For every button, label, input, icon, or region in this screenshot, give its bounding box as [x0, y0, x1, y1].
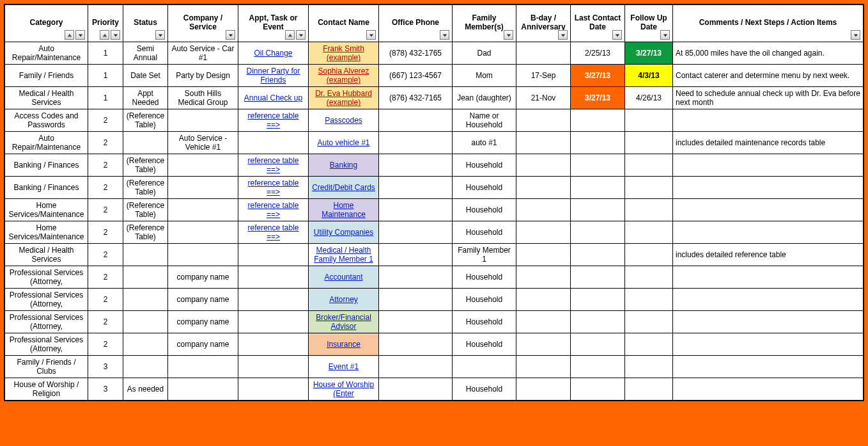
- spreadsheet-container: CategoryPriorityStatusCompany / ServiceA…: [4, 4, 864, 401]
- bday-cell: [516, 109, 571, 132]
- header-4: Appt, Task or Event: [238, 5, 309, 42]
- family-cell: Household: [453, 154, 516, 177]
- contact-cell-link[interactable]: Insurance: [327, 340, 360, 349]
- filter-dropdown-icon[interactable]: [558, 30, 568, 40]
- follow-up-cell: [625, 333, 673, 356]
- filter-dropdown-icon[interactable]: [440, 30, 449, 40]
- appt-cell: [238, 244, 309, 266]
- header-label: Last Contact Date: [573, 14, 622, 32]
- filter-dropdown-icon[interactable]: [75, 30, 85, 40]
- phone-cell: [379, 289, 453, 311]
- sort-asc-icon[interactable]: [65, 30, 74, 40]
- company-cell: [168, 378, 238, 401]
- appt-cell-link[interactable]: Annual Check up: [244, 93, 302, 102]
- priority-cell: 1: [88, 65, 123, 87]
- status-cell: (Reference Table): [123, 177, 168, 199]
- status-cell: [123, 244, 168, 266]
- header-label: B-day / Anniversary: [519, 14, 568, 32]
- contact-cell-link[interactable]: Dr. Eva Hubbard (example): [315, 89, 372, 107]
- appt-cell: [238, 289, 309, 311]
- bday-cell: 17-Sep: [516, 65, 571, 87]
- category-cell: House of Worship / Religion: [5, 378, 88, 401]
- contact-cell-link[interactable]: Event #1: [329, 362, 359, 371]
- phone-cell: [379, 333, 453, 356]
- status-cell: Date Set: [123, 65, 168, 87]
- appt-cell-link[interactable]: reference table ==>: [247, 201, 298, 219]
- appt-cell-link[interactable]: reference table ==>: [247, 156, 298, 174]
- status-cell: (Reference Table): [123, 221, 168, 244]
- contact-cell-link[interactable]: Accountant: [324, 273, 362, 282]
- appt-cell: reference table ==>: [238, 109, 309, 132]
- filter-dropdown-icon[interactable]: [851, 30, 860, 40]
- last-contact-cell: [571, 154, 625, 177]
- company-cell: company name: [168, 266, 238, 289]
- sort-asc-icon[interactable]: [285, 30, 295, 40]
- table-row: Family / Friends / Clubs3Event #1: [5, 356, 864, 378]
- contact-cell-link[interactable]: Credit/Debit Cards: [312, 183, 375, 192]
- contact-cell-link[interactable]: Frank Smith (example): [323, 44, 364, 62]
- appt-cell-link[interactable]: Dinner Party for Friends: [246, 67, 300, 84]
- company-cell: company name: [168, 311, 238, 333]
- follow-up-cell: [625, 177, 673, 199]
- filter-dropdown-icon[interactable]: [111, 30, 120, 40]
- filter-dropdown-icon[interactable]: [296, 30, 306, 40]
- contact-cell-link[interactable]: House of Worship (Enter: [313, 380, 374, 398]
- contact-cell-link[interactable]: Sophia Alverez (example): [318, 67, 369, 84]
- filter-dropdown-icon[interactable]: [612, 30, 622, 40]
- header-3: Company / Service: [168, 5, 238, 42]
- last-contact-cell: [571, 378, 625, 401]
- bday-cell: [516, 244, 571, 266]
- category-cell: Auto Repair/Maintenance: [5, 132, 88, 154]
- appt-cell-link[interactable]: Oil Change: [254, 49, 292, 58]
- family-cell: Dad: [453, 42, 516, 65]
- contact-cell-link[interactable]: Passcodes: [325, 116, 362, 125]
- filter-dropdown-icon[interactable]: [366, 30, 376, 40]
- filter-dropdown-icon[interactable]: [226, 30, 235, 40]
- comments-cell: includes detailed maintenance records ta…: [673, 132, 864, 154]
- appt-cell: [238, 356, 309, 378]
- follow-up-cell: [625, 378, 673, 401]
- company-cell: [168, 199, 238, 221]
- follow-up-cell: [625, 221, 673, 244]
- status-cell: [123, 132, 168, 154]
- status-cell: [123, 333, 168, 356]
- contact-cell: Utility Companies: [309, 221, 379, 244]
- contact-cell: Accountant: [309, 266, 379, 289]
- contact-cell-link[interactable]: Utility Companies: [314, 228, 373, 237]
- priority-cell: 2: [88, 177, 123, 199]
- last-contact-cell: [571, 333, 625, 356]
- contact-cell-link[interactable]: Banking: [330, 161, 357, 170]
- comments-cell: [673, 378, 864, 401]
- contact-cell-link[interactable]: Medical / Health Family Member 1: [314, 246, 373, 264]
- contact-cell-link[interactable]: Attorney: [329, 295, 358, 304]
- appt-cell: [238, 266, 309, 289]
- contact-cell: Event #1: [309, 356, 379, 378]
- comments-cell: includes detailed reference table: [673, 244, 864, 266]
- category-cell: Professional Services (Attorney,: [5, 266, 88, 289]
- contact-cell-link[interactable]: Home Maintenance: [322, 201, 366, 219]
- appt-cell-link[interactable]: reference table ==>: [247, 179, 298, 196]
- priority-cell: 2: [88, 333, 123, 356]
- family-cell: Household: [453, 311, 516, 333]
- priority-cell: 3: [88, 356, 123, 378]
- filter-dropdown-icon[interactable]: [660, 30, 670, 40]
- appt-cell: Annual Check up: [238, 87, 309, 109]
- phone-cell: [379, 356, 453, 378]
- sort-asc-icon[interactable]: [100, 30, 109, 40]
- company-cell: company name: [168, 333, 238, 356]
- appt-cell-link[interactable]: reference table ==>: [247, 111, 298, 129]
- comments-cell: At 85,000 miles have the oil changed aga…: [673, 42, 864, 65]
- contact-cell-link[interactable]: Auto vehicle #1: [317, 138, 369, 147]
- appt-cell-link[interactable]: reference table ==>: [247, 223, 298, 241]
- priority-cell: 2: [88, 199, 123, 221]
- priority-cell: 1: [88, 87, 123, 109]
- filter-dropdown-icon[interactable]: [504, 30, 513, 40]
- phone-cell: [379, 378, 453, 401]
- filter-dropdown-icon[interactable]: [155, 30, 165, 40]
- contact-cell-link[interactable]: Broker/Financial Advisor: [316, 313, 371, 331]
- status-cell: (Reference Table): [123, 109, 168, 132]
- contact-cell: Home Maintenance: [309, 199, 379, 221]
- status-cell: (Reference Table): [123, 154, 168, 177]
- follow-up-cell: [625, 311, 673, 333]
- last-contact-cell: [571, 199, 625, 221]
